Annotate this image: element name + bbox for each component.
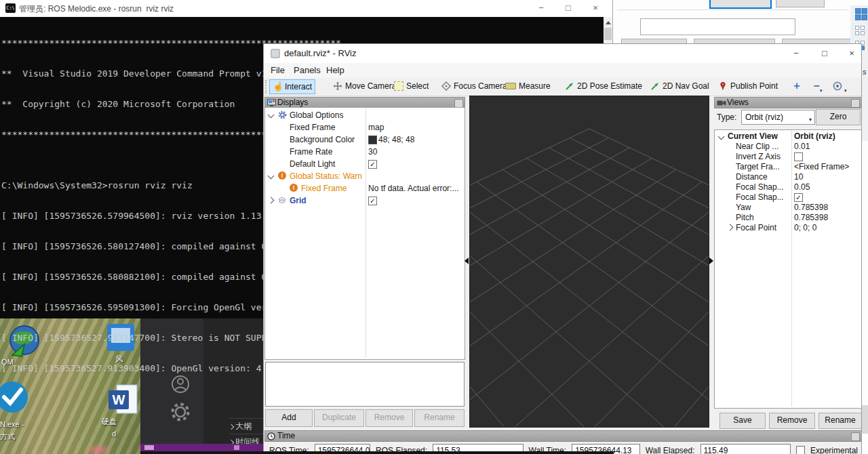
wall-elapsed-label: Wall Elapsed: (646, 444, 695, 454)
chevron-down-icon[interactable] (268, 173, 275, 180)
gear-icon[interactable] (170, 401, 191, 423)
row-value[interactable]: map (368, 123, 384, 132)
menu-help[interactable]: Help (323, 64, 347, 76)
tool-label: Measure (519, 81, 551, 91)
svg-text:W: W (113, 392, 125, 407)
tree-row-pitch[interactable]: Pitch 0.785398 (715, 213, 861, 223)
tool-properties-icon[interactable] (832, 81, 843, 91)
row-value[interactable]: 0; 0; 0 (794, 223, 816, 232)
tree-row-target-frame[interactable]: Target Fra... <Fixed Frame> (715, 162, 861, 172)
remove-button[interactable]: Remove (366, 409, 413, 427)
close-button[interactable]: × (838, 44, 862, 63)
tree-row-grid[interactable]: Grid ✓ (265, 194, 465, 207)
tree-row-distance[interactable]: Distance 10 (715, 172, 861, 182)
taskbar-edge[interactable] (140, 451, 614, 454)
row-value: Orbit (rviz) (794, 131, 835, 141)
tree-row-yaw[interactable]: Yaw 0.785398 (715, 203, 861, 213)
close-button[interactable]: × (582, 0, 609, 17)
scroll-up-icon[interactable] (606, 21, 611, 24)
tree-row-near-clip[interactable]: Near Clip ... 0.01 (715, 142, 861, 152)
save-button[interactable]: Save (719, 413, 766, 429)
row-value: No tf data. Actual error:... (368, 184, 458, 193)
panel-float-button[interactable] (851, 432, 860, 441)
row-label: Background Color (290, 135, 355, 144)
maximize-button[interactable]: □ (555, 0, 582, 17)
experimental-checkbox[interactable] (796, 446, 805, 454)
zero-button[interactable]: Zero (816, 109, 861, 125)
dialog-secondary-button[interactable] (776, 0, 825, 7)
views-tree: Current View Orbit (rviz) Near Clip ... … (714, 129, 862, 409)
notifications-icon[interactable] (234, 445, 239, 450)
menu-file[interactable]: File (268, 64, 288, 76)
checkbox-checked[interactable]: ✓ (368, 160, 377, 169)
tree-row-frame-rate[interactable]: Frame Rate 30 (265, 146, 465, 158)
chevron-down-icon[interactable] (268, 112, 275, 119)
tree-row-global-status[interactable]: ! Global Status: Warn (265, 170, 465, 182)
row-value[interactable]: <Fixed Frame> (794, 162, 849, 171)
minimize-button[interactable]: − (528, 0, 555, 17)
row-value[interactable]: 30 (368, 147, 377, 157)
tool-publish-point[interactable]: Publish Point (715, 79, 781, 93)
tool-2d-nav-goal[interactable]: 2D Nav Goal (648, 79, 712, 93)
row-value[interactable]: 0.01 (794, 142, 810, 151)
row-value[interactable]: 0.785398 (794, 213, 828, 222)
tool-interact[interactable]: ☝ Interact (269, 79, 315, 94)
row-value[interactable]: 48; 48; 48 (378, 135, 414, 144)
menu-panels[interactable]: Panels (291, 64, 323, 76)
chevron-right-icon[interactable] (268, 197, 275, 204)
toolbar-drag-handle[interactable] (265, 80, 269, 94)
tool-move-camera[interactable]: Move Camera (330, 79, 399, 93)
views-panel-header[interactable]: Views (714, 97, 862, 108)
tree-row-current-view[interactable]: Current View Orbit (rviz) (715, 131, 861, 142)
console-titlebar[interactable]: C:\ 管理员: ROS Melodic.exe - rosrun rviz r… (0, 0, 612, 17)
wall-elapsed-input[interactable]: 115.49 (701, 444, 791, 454)
tool-2d-pose-estimate[interactable]: 2D Pose Estimate (562, 79, 645, 93)
tree-row-default-light[interactable]: Default Light ✓ (265, 158, 465, 170)
remove-button[interactable]: Remove (769, 413, 815, 429)
row-value[interactable]: 0.785398 (794, 203, 828, 212)
checkbox-checked[interactable]: ✓ (794, 193, 803, 202)
render-viewport[interactable] (469, 96, 709, 428)
panel-float-button[interactable] (851, 99, 860, 108)
tool-select[interactable]: Select (391, 79, 431, 93)
displays-tree: Global Options Fixed Frame map Backgroun… (264, 107, 465, 360)
grid-outline-icon[interactable] (855, 26, 865, 35)
dialog-primary-button[interactable] (709, 0, 772, 9)
rviz-titlebar[interactable]: default.rviz* - RViz − □ × (264, 44, 861, 63)
tree-row-fixed-frame-warning[interactable]: ! Fixed Frame No tf data. Actual error:.… (265, 182, 465, 194)
row-value[interactable]: 10 (794, 172, 803, 182)
duplicate-button[interactable]: Duplicate (314, 409, 364, 427)
tree-row-global-options[interactable]: Global Options (265, 109, 465, 121)
row-label: Global Options (290, 110, 343, 120)
checkbox-checked[interactable]: ✓ (368, 197, 377, 205)
tool-focus-camera[interactable]: Focus Camera (439, 79, 510, 93)
tree-row-invert-z[interactable]: Invert Z Axis (715, 152, 861, 162)
tree-row-focal-shape-size[interactable]: Focal Shap... 0.05 (715, 182, 861, 192)
scrollbar-thumb[interactable] (604, 28, 612, 40)
rviz-toolbar: ☝ Interact Move Camera Select Focus Came… (264, 78, 861, 96)
row-value[interactable]: 0.05 (794, 182, 810, 192)
dropdown-value: Orbit (rviz) (745, 112, 783, 122)
dialog-text-input[interactable] (640, 18, 795, 35)
rename-button[interactable]: Rename (414, 409, 465, 427)
tool-measure[interactable]: Measure (502, 79, 553, 93)
collapse-right-arrow-icon[interactable] (709, 257, 713, 264)
chevron-right-icon[interactable] (727, 224, 734, 231)
grid-filled-icon[interactable] (855, 8, 867, 20)
tree-row-fixed-frame[interactable]: Fixed Frame map (265, 121, 465, 133)
collapse-left-arrow-icon[interactable] (465, 257, 469, 264)
add-button[interactable]: Add (265, 409, 313, 427)
clock-icon (267, 432, 275, 440)
chevron-down-icon[interactable] (718, 133, 725, 140)
checkbox-unchecked[interactable] (794, 152, 803, 161)
remote-indicator-icon[interactable] (144, 445, 154, 450)
view-type-dropdown[interactable]: Orbit (rviz) ▾ (741, 110, 815, 125)
add-tool-button[interactable]: + (790, 79, 804, 93)
time-panel-header[interactable]: Time (264, 430, 862, 442)
tree-row-background-color[interactable]: Background Color 48; 48; 48 (265, 133, 465, 146)
rename-button[interactable]: Rename (818, 413, 862, 429)
minimize-button[interactable]: − (783, 44, 810, 63)
tree-row-focal-shape-fixed[interactable]: Focal Shap... ✓ (715, 192, 861, 203)
maximize-button[interactable]: □ (811, 44, 838, 63)
tree-row-focal-point[interactable]: Focal Point 0; 0; 0 (715, 223, 861, 233)
